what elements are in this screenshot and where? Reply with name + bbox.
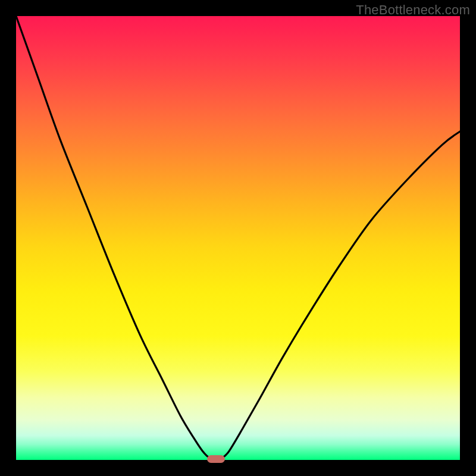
watermark-text: TheBottleneck.com [356,2,470,18]
plot-area [16,16,460,460]
bottleneck-curve [16,16,460,460]
curve-path [16,16,460,460]
optimum-marker [207,455,225,463]
chart-frame: TheBottleneck.com [0,0,476,476]
